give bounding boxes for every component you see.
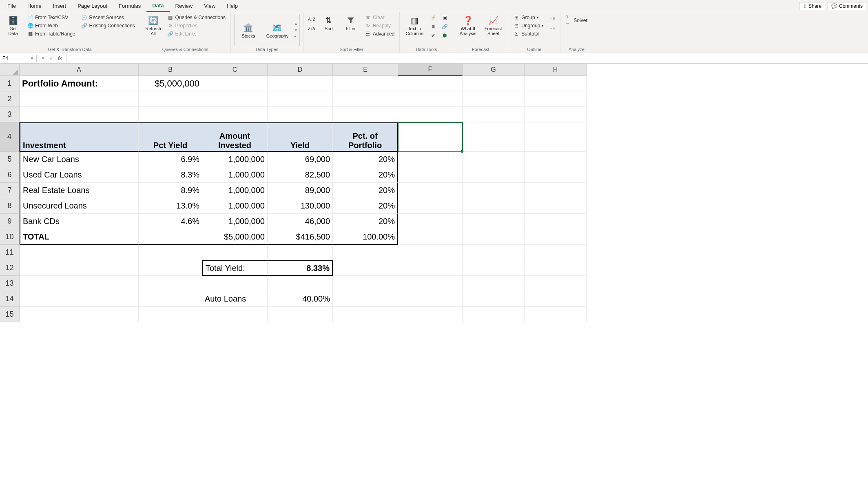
cell-C13[interactable] <box>202 276 268 291</box>
row-header-1[interactable]: 1 <box>0 76 20 91</box>
cell-A2[interactable] <box>20 91 139 107</box>
cell-A11[interactable] <box>20 245 139 260</box>
col-header-E[interactable]: E <box>333 64 398 76</box>
cell-F14[interactable] <box>398 291 463 307</box>
from-text-csv-button[interactable]: 📄From Text/CSV <box>25 14 77 21</box>
cell-G1[interactable] <box>463 76 525 91</box>
cell-A15[interactable] <box>20 307 139 322</box>
cell-C9[interactable]: 1,000,000 <box>202 214 268 229</box>
cell-G4[interactable] <box>463 122 525 152</box>
cell-D13[interactable] <box>268 276 333 291</box>
show-detail-button[interactable]: +≡ <box>548 15 557 22</box>
cancel-icon[interactable]: ✕ <box>41 55 45 61</box>
cell-C1[interactable] <box>202 76 268 91</box>
col-header-H[interactable]: H <box>525 64 587 76</box>
share-button[interactable]: ⇪Share <box>799 2 825 10</box>
cell-E3[interactable] <box>333 107 398 122</box>
cell-H9[interactable] <box>525 214 587 229</box>
cell-G14[interactable] <box>463 291 525 307</box>
cell-E10[interactable]: 100.00% <box>333 229 398 245</box>
stocks-button[interactable]: 🏛️ Stocks <box>236 21 261 39</box>
cell-A9[interactable]: Bank CDs <box>20 214 139 229</box>
cell-G12[interactable] <box>463 260 525 276</box>
row-header-11[interactable]: 11 <box>0 245 20 260</box>
cell-B4[interactable]: Pct Yield <box>139 122 202 152</box>
cell-F13[interactable] <box>398 276 463 291</box>
filter-button[interactable]: Filter <box>341 14 361 32</box>
cell-B2[interactable] <box>139 91 202 107</box>
cell-E15[interactable] <box>333 307 398 322</box>
remove-duplicates-button[interactable]: ≡ <box>428 23 438 30</box>
fx-icon[interactable]: fx <box>58 55 62 61</box>
cell-C2[interactable] <box>202 91 268 107</box>
tab-insert[interactable]: Insert <box>47 0 72 11</box>
cell-E13[interactable] <box>333 276 398 291</box>
col-header-B[interactable]: B <box>139 64 202 76</box>
name-box[interactable]: F4▼ <box>0 55 37 62</box>
sort-desc-button[interactable]: Z↓A <box>307 26 317 32</box>
comments-button[interactable]: 💬Comments <box>828 2 866 10</box>
cell-G7[interactable] <box>463 183 525 198</box>
geography-button[interactable]: 🗺️ Geography <box>263 21 292 39</box>
cell-D1[interactable] <box>268 76 333 91</box>
cell-H13[interactable] <box>525 276 587 291</box>
tab-file[interactable]: File <box>2 0 22 11</box>
cell-G15[interactable] <box>463 307 525 322</box>
flash-fill-button[interactable]: ⚡ <box>428 14 438 21</box>
cell-C10[interactable]: $5,000,000 <box>202 229 268 245</box>
data-validation-button[interactable]: ✔ <box>428 32 438 39</box>
properties-button[interactable]: ⚙Properties <box>166 22 227 29</box>
cell-D3[interactable] <box>268 107 333 122</box>
cell-E6[interactable]: 20% <box>333 167 398 183</box>
row-header-13[interactable]: 13 <box>0 276 20 291</box>
cell-H5[interactable] <box>525 152 587 167</box>
cell-B6[interactable]: 8.3% <box>139 167 202 183</box>
cell-E14[interactable] <box>333 291 398 307</box>
cell-G6[interactable] <box>463 167 525 183</box>
cell-C4[interactable]: Amount Invested <box>202 122 268 152</box>
spreadsheet-grid[interactable]: A B C D E F G H 1 Portfolio Amount: $5,0… <box>0 64 868 322</box>
cell-F8[interactable] <box>398 198 463 214</box>
ungroup-button[interactable]: ⊟Ungroup ▾ <box>512 22 545 29</box>
tab-home[interactable]: Home <box>22 0 47 11</box>
cell-E11[interactable] <box>333 245 398 260</box>
cell-C6[interactable]: 1,000,000 <box>202 167 268 183</box>
cell-A13[interactable] <box>20 276 139 291</box>
row-header-2[interactable]: 2 <box>0 91 20 107</box>
what-if-button[interactable]: ❓ What-If Analysis <box>456 14 479 37</box>
cell-F6[interactable] <box>398 167 463 183</box>
cell-D2[interactable] <box>268 91 333 107</box>
cell-E8[interactable]: 20% <box>333 198 398 214</box>
row-header-8[interactable]: 8 <box>0 198 20 214</box>
hide-detail-button[interactable]: −≡ <box>548 24 557 32</box>
cell-H14[interactable] <box>525 291 587 307</box>
cell-D6[interactable]: 82,500 <box>268 167 333 183</box>
enter-icon[interactable]: ✓ <box>49 55 54 61</box>
forecast-sheet-button[interactable]: 📈 Forecast Sheet <box>482 14 505 37</box>
cell-E5[interactable]: 20% <box>333 152 398 167</box>
tab-data[interactable]: Data <box>146 0 169 12</box>
tab-view[interactable]: View <box>198 0 221 11</box>
cell-D15[interactable] <box>268 307 333 322</box>
cell-E7[interactable]: 20% <box>333 183 398 198</box>
cell-G8[interactable] <box>463 198 525 214</box>
tab-review[interactable]: Review <box>170 0 199 11</box>
cell-B9[interactable]: 4.6% <box>139 214 202 229</box>
cell-B3[interactable] <box>139 107 202 122</box>
col-header-A[interactable]: A <box>20 64 139 76</box>
cell-F15[interactable] <box>398 307 463 322</box>
cell-G3[interactable] <box>463 107 525 122</box>
cell-D11[interactable] <box>268 245 333 260</box>
cell-F4[interactable] <box>398 122 463 152</box>
formula-input[interactable] <box>66 53 868 63</box>
cell-C7[interactable]: 1,000,000 <box>202 183 268 198</box>
cell-F9[interactable] <box>398 214 463 229</box>
select-all-corner[interactable] <box>0 64 20 76</box>
cell-G9[interactable] <box>463 214 525 229</box>
cell-B11[interactable] <box>139 245 202 260</box>
cell-H11[interactable] <box>525 245 587 260</box>
clear-button[interactable]: ✖Clear <box>363 14 396 21</box>
row-header-15[interactable]: 15 <box>0 307 20 322</box>
cell-E2[interactable] <box>333 91 398 107</box>
cell-F10[interactable] <box>398 229 463 245</box>
